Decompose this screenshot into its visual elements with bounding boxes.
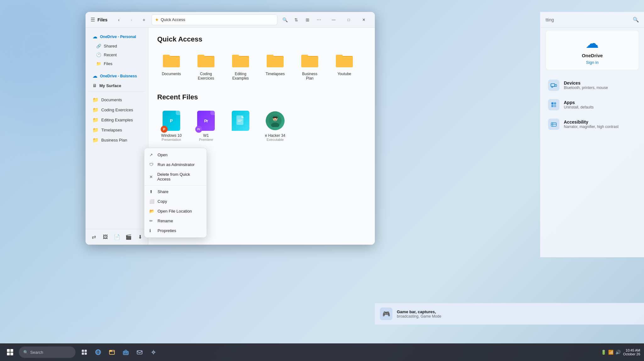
file-item-hacker[interactable]: e Hacker 34 Executable [261,108,289,144]
maximize-button[interactable]: □ [341,15,356,25]
new-file-icon[interactable]: 📄 [111,231,123,243]
add-tab-button[interactable]: + [139,15,149,25]
wifi-icon: 📶 [608,350,613,355]
accessibility-icon [548,119,559,130]
folder-grid: Documents Coding Exercices [157,50,366,83]
folder-documents[interactable]: Documents [157,50,186,83]
folder-youtube[interactable]: Youtube [330,50,358,83]
windows-logo [7,349,13,355]
more-button[interactable]: ⋯ [314,15,324,25]
folder-coding[interactable]: Coding Exercices [192,50,220,83]
hamburger-menu[interactable]: ☰ [89,15,96,24]
address-bar[interactable]: ★ Quick Access [152,14,277,25]
forward-button[interactable]: › [126,15,136,25]
taskbar-icon-browser[interactable] [92,346,104,358]
minimize-button[interactable]: — [326,15,341,25]
quick-access-title: Quick Access [157,35,366,43]
sidebar-item-coding[interactable]: 📁 Coding Exercices [87,105,146,115]
gaming-card[interactable]: 🎮 Game bar, captures, broadcasting, Game… [375,303,644,325]
sidebar-label-coding: Coding Exercices [101,108,133,112]
settings-item-apps[interactable]: Apps Uninstall, defaults [543,95,641,114]
image-icon[interactable]: 🖼 [100,231,111,243]
svg-rect-40 [551,123,557,126]
onedrive-signin-button[interactable]: Sign in [586,60,599,65]
sidebar-item-recent[interactable]: 🕐 Recent [87,51,146,59]
gaming-title: Game bar, captures, [397,309,441,314]
accessibility-subtitle: Narrator, magnifier, high contrast [564,125,636,129]
sidebar-item-my-surface[interactable]: 🖥 My Surface [87,81,146,90]
documents-folder-icon: 📁 [92,97,99,103]
svg-rect-15 [301,57,318,67]
ctx-rename[interactable]: ✏ Rename [144,216,207,226]
folder-icon [163,52,180,70]
ctx-open-location[interactable]: 📂 Open File Location [144,206,207,216]
sidebar-item-shared[interactable]: 🔗 Shared [87,42,146,50]
sidebar-item-files[interactable]: 📁 Files [87,59,146,68]
ctx-properties[interactable]: ℹ Propreties [144,226,207,236]
close-button[interactable]: ✕ [357,15,371,25]
file-item-premiere[interactable]: Pr Pr W1 Premiere [192,108,220,144]
taskbar-icon-files[interactable] [106,346,118,358]
taskbar-icon-mail[interactable] [133,346,146,358]
svg-rect-9 [232,57,249,67]
ctx-delete-quick-access[interactable]: ✕ Delete from Quick Access [144,169,207,184]
ctx-label-share: Share [158,189,169,194]
sidebar-item-timelapses[interactable]: 📁 Timelapses [87,125,146,135]
svg-point-30 [276,118,277,119]
sidebar-item-business-plan[interactable]: 📁 Business Plan [87,135,146,145]
search-button[interactable]: 🔍 [280,15,290,25]
folder-timelapses[interactable]: Timelapses [261,50,289,83]
back-button[interactable]: ‹ [114,15,124,25]
ctx-label-rename: Rename [158,219,173,223]
folder-editing[interactable]: Editing Examples [226,50,255,83]
ctx-divider-1 [144,185,207,186]
battery-icon: 🔋 [601,350,606,355]
copy-icon: ⬜ [149,199,154,204]
start-button[interactable] [3,345,18,360]
file-item-generic[interactable] [226,108,255,144]
folder-name-business-plan: Business Plan [298,72,321,81]
video-icon[interactable]: 🎬 [123,231,134,243]
file-name-windows10: Windows 10 [161,133,181,138]
taskbar-icon-multitasking[interactable] [78,346,91,358]
sidebar-label-editing: Editing Examples [101,118,133,122]
sidebar-item-editing[interactable]: 📁 Editing Examples [87,115,146,125]
settings-item-accessibility[interactable]: Accesibility Narrator, magnifier, high c… [543,115,641,134]
sort-button[interactable]: ⇅ [291,15,301,25]
search-icon: 🔍 [23,350,28,355]
taskbar-icon-store[interactable] [119,346,132,358]
apps-subtitle: Uninstall, defaults [564,105,636,109]
ctx-run-admin[interactable]: 🛡 Run as Adminstrator [144,160,207,169]
sidebar-label-recent: Recent [104,53,117,57]
taskbar-clock[interactable]: 10:45 AM October 26 [623,348,640,356]
sidebar-item-documents[interactable]: 📁 Documents [87,95,146,105]
settings-partial-title: tting [546,17,554,22]
svg-rect-37 [554,103,556,105]
ctx-share[interactable]: ⬆ Share [144,187,207,197]
svg-rect-31 [273,117,277,118]
ctx-open[interactable]: ↗ Open [144,150,207,160]
sidebar-item-onedrive-personal[interactable]: ☁ OneDrive - Personal [87,32,146,42]
share-icon: ⬆ [149,189,154,194]
file-explorer-window: ☰ Files ‹ › + ★ Quick Access 🔍 ⇅ ⊞ ⋯ — □… [86,12,375,245]
devices-text: Devices Bluetooth, printers, mouse [564,81,636,90]
file-item-windows10[interactable]: P P Windows 10 Presentation [157,108,186,144]
sync-icon[interactable]: ⇄ [88,231,99,243]
search-input[interactable] [30,350,68,355]
settings-search-icon[interactable]: 🔍 [633,17,639,23]
sidebar-item-onedrive-business[interactable]: ☁ OneDrive - Buisness [87,71,146,81]
favorite-star: ★ [155,17,159,22]
settings-item-devices[interactable]: Devices Bluetooth, printers, mouse [543,76,641,95]
devices-subtitle: Bluetooth, printers, mouse [564,86,636,90]
folder-business-plan[interactable]: Business Plan [296,50,324,83]
files-icon: 📁 [96,61,101,66]
taskbar-search[interactable]: 🔍 [19,347,75,358]
settings-header: tting 🔍 [541,12,644,28]
folder-name-documents: Documents [162,72,181,76]
ctx-copy[interactable]: ⬜ Copy [144,197,207,206]
editing-folder-icon: 📁 [92,117,99,123]
explorer-body: ☁ OneDrive - Personal 🔗 Shared 🕐 Recent … [86,28,375,245]
taskbar-icon-settings[interactable] [147,346,160,358]
view-button[interactable]: ⊞ [303,15,313,25]
window-controls: — □ ✕ [326,15,371,25]
